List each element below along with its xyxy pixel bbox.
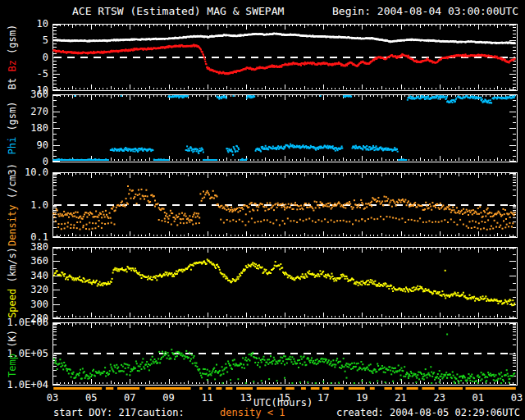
x-tick-label: 19 — [356, 392, 368, 404]
panel-phi-ytick-label: 180 — [30, 122, 48, 134]
panel-density-ytick-label: 10.0 — [25, 167, 48, 178]
start-doy-label: start DOY: 217 — [53, 407, 136, 418]
x-tick-label: 23 — [433, 392, 445, 404]
x-tick-label: 05 — [85, 392, 97, 404]
panel-phi-ytick-label: 90 — [37, 139, 48, 151]
series-density-points — [52, 185, 515, 221]
caution-bar — [53, 387, 516, 390]
ace-rtsw-plot: ACE RTSW (Estimated) MAG & SWEPAM Begin:… — [0, 0, 525, 420]
series-bt-points — [52, 33, 515, 45]
panel-speed-ylabel: Speed (km/s) — [7, 247, 18, 318]
panel-temp-ytick-label: 1.0E+06 — [7, 317, 48, 328]
series-bz-points — [52, 43, 515, 75]
panel-phi-ytick-label: 360 — [30, 89, 48, 100]
panel-mag-ytick-label: 5 — [43, 34, 48, 46]
panel-mag-ytick-label: 10 — [37, 18, 48, 30]
x-tick-label: 11 — [201, 392, 212, 404]
x-tick-label: 07 — [124, 392, 135, 404]
panel-mag-ytick-label: 0 — [43, 52, 48, 63]
series-speed-points — [53, 258, 515, 306]
created-timestamp: created: 2004-08-05 02:29:06UTC — [336, 407, 520, 418]
series-phi-points — [52, 95, 515, 161]
panel-mag-ylabel: Bt Bz (gsm) — [7, 25, 18, 90]
panel-speed-ytick-label: 320 — [30, 284, 48, 295]
x-tick-label: 01 — [472, 392, 484, 404]
caution-value: density < 1 — [220, 407, 285, 418]
panel-density-ylabel: Density (/cm3) — [7, 163, 18, 246]
series-temp-points — [53, 334, 515, 384]
x-tick-label: 09 — [162, 392, 174, 404]
panel-phi-ytick-label: 270 — [30, 106, 48, 117]
panel-density-ytick-label: 1.0 — [30, 199, 48, 211]
panel-speed-ytick-label: 300 — [30, 299, 48, 310]
series-density-low-points — [55, 216, 514, 231]
x-tick-label: 21 — [395, 392, 406, 404]
panel-speed-ytick-label: 360 — [30, 255, 48, 267]
x-tick-label: 03 — [47, 392, 58, 404]
caution-label: caution: — [137, 407, 185, 418]
panel-mag-ytick-label: -5 — [37, 68, 48, 80]
panel-speed-ytick-label: 340 — [30, 270, 48, 281]
panel-speed-frame — [53, 248, 518, 319]
panel-temp-ytick-label: 1.0E+04 — [7, 379, 48, 390]
panel-temp-ylabel: Temp (K) — [7, 330, 18, 377]
x-tick-label: 03 — [511, 392, 523, 404]
panel-phi-frame — [53, 95, 518, 162]
chart-canvas: 1050-5-10Bt Bz (gsm)360270180900Phi (gsm… — [0, 0, 525, 420]
panel-speed-ticks — [53, 248, 518, 318]
x-tick-label: 17 — [317, 392, 329, 404]
panel-speed-ytick-label: 380 — [30, 241, 48, 253]
panel-phi-ylabel: Phi (gsm) — [7, 101, 18, 154]
panel-phi-ytick-label: 0 — [43, 156, 48, 167]
